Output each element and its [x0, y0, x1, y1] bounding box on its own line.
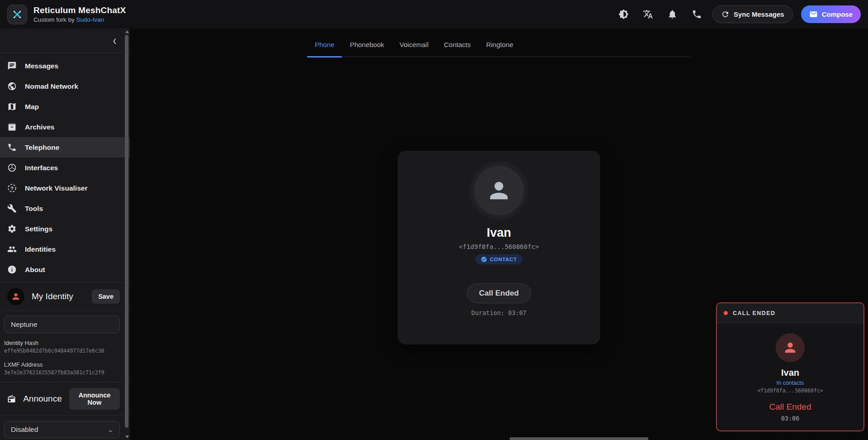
person-icon: [486, 177, 512, 204]
sidebar-collapse-row: ‹: [0, 29, 130, 53]
popup-callee-name: Ivan: [781, 368, 799, 378]
phone-header-button[interactable]: [688, 5, 706, 24]
red-status-dot-icon: [724, 311, 728, 315]
person-icon: [783, 340, 798, 355]
sidebar-scrollbar[interactable]: [125, 29, 129, 439]
scrollbar-up-arrow-icon[interactable]: [125, 30, 129, 33]
call-ended-popup: CALL ENDED Ivan In contacts <f1d9f8fa...…: [716, 302, 864, 431]
lxmf-address-value: 3e7e2e37621635587fb83a381c71c2f9: [4, 369, 120, 376]
sidebar-item-settings[interactable]: Settings: [0, 219, 130, 239]
phone-icon: [692, 9, 702, 19]
identity-name-field-wrap: [0, 311, 130, 336]
in-contacts-link[interactable]: In contacts: [777, 380, 804, 386]
phone-icon: [7, 143, 17, 152]
announce-section: Announce Announce Now: [0, 383, 130, 415]
sidebar-item-identities[interactable]: Identities: [0, 239, 130, 259]
notifications-bell-icon: [667, 9, 678, 19]
app-logo: [7, 5, 27, 24]
chevron-down-icon: ⌄: [107, 426, 114, 433]
announce-now-button[interactable]: Announce Now: [69, 388, 120, 410]
app-titles: Reticulum MeshChatX Custom fork by Sudo-…: [33, 5, 126, 23]
sidebar-item-label: Settings: [25, 225, 52, 233]
identity-name-input[interactable]: [4, 316, 120, 333]
sidebar-nav: Messages Nomad Network Map Archives Tele…: [0, 53, 130, 282]
sidebar-item-network-visualiser[interactable]: ? Network Visualiser: [0, 178, 130, 198]
tab-voicemail[interactable]: Voicemail: [392, 41, 436, 57]
compose-button[interactable]: Compose: [801, 5, 861, 23]
my-identity-title: My Identity: [32, 292, 85, 301]
sidebar-item-tools[interactable]: Tools: [0, 198, 130, 219]
sidebar-item-nomad-network[interactable]: Nomad Network: [0, 76, 130, 96]
sidebar-item-interfaces[interactable]: Interfaces: [0, 158, 130, 178]
svg-text:?: ?: [10, 186, 14, 191]
sync-messages-button[interactable]: Sync Messages: [712, 5, 793, 23]
sidebar-item-label: Tools: [25, 205, 43, 213]
sync-messages-label: Sync Messages: [734, 10, 784, 18]
save-button[interactable]: Save: [92, 289, 120, 304]
announce-interval-select[interactable]: Disabled ⌄: [4, 421, 120, 438]
theme-brightness-button[interactable]: [615, 5, 633, 24]
call-status-card: Ivan <f1d9f8fa...560860fc> CONTACT Call …: [398, 151, 600, 344]
tab-phone[interactable]: Phone: [307, 41, 342, 57]
envelope-icon: [809, 10, 818, 19]
gear-icon: [7, 224, 17, 234]
sidebar-item-label: About: [25, 266, 45, 274]
popup-callee-avatar: [776, 333, 805, 362]
identity-hash-block: Identity Hash effe95b0482d7b6c04844977d1…: [0, 336, 130, 354]
popup-callee-hash: <f1d9f8fa...560860fc>: [757, 387, 823, 394]
sidebar-item-label: Map: [25, 103, 39, 111]
sidebar-item-map[interactable]: Map: [0, 96, 130, 117]
call-duration-text: Duration: 03:07: [471, 309, 526, 316]
tab-contacts[interactable]: Contacts: [436, 41, 478, 57]
people-icon: [7, 244, 17, 254]
sidebar-item-label: Messages: [25, 62, 58, 70]
identity-hash-value: effe95b0482d7b6c04844977d17e0c36: [4, 348, 120, 354]
last-announced-text: Last announced: 2 hours ago: [0, 438, 130, 440]
sidebar-item-label: Telephone: [25, 143, 59, 152]
horizontal-scrollbar-thumb[interactable]: [510, 437, 648, 440]
call-ended-button[interactable]: Call Ended: [467, 283, 531, 303]
wrench-icon: [7, 204, 17, 213]
notifications-button[interactable]: [664, 5, 682, 24]
identity-hash-label: Identity Hash: [4, 340, 120, 346]
my-identity-avatar: [7, 288, 24, 305]
sidebar-item-telephone[interactable]: Telephone: [0, 137, 130, 158]
callee-name: Ivan: [487, 226, 511, 240]
popup-call-time: 03:06: [781, 415, 800, 422]
app-title: Reticulum MeshChatX: [33, 5, 126, 15]
call-popup-header: CALL ENDED: [717, 303, 863, 323]
language-button[interactable]: [639, 5, 657, 24]
scrollbar-down-arrow-icon[interactable]: [125, 435, 129, 438]
brightness-icon: [618, 9, 629, 19]
app-header: Reticulum MeshChatX Custom fork by Sudo-…: [0, 0, 868, 29]
app-subtitle-prefix: Custom fork by: [33, 16, 76, 23]
contact-badge-label: CONTACT: [490, 257, 517, 262]
check-circle-icon: [481, 256, 487, 263]
radio-icon: [7, 393, 16, 404]
sidebar-item-messages[interactable]: Messages: [0, 56, 130, 76]
announce-title: Announce: [23, 394, 62, 404]
sidebar-item-label: Interfaces: [25, 164, 58, 172]
mesh-x-logo-icon: [11, 9, 23, 20]
tab-ringtone[interactable]: Ringtone: [479, 41, 521, 57]
refresh-icon: [721, 10, 730, 19]
archive-icon: [7, 122, 17, 132]
tab-phonebook[interactable]: Phonebook: [342, 41, 392, 57]
collapse-sidebar-chevron-icon[interactable]: ‹: [113, 34, 116, 47]
call-popup-body: Ivan In contacts <f1d9f8fa...560860fc> C…: [717, 323, 863, 422]
scrollbar-thumb[interactable]: [125, 35, 128, 428]
sidebar-item-about[interactable]: About: [0, 259, 130, 280]
person-icon: [11, 292, 21, 301]
sidebar-divider: [0, 415, 130, 416]
globe-icon: [7, 81, 17, 91]
dashed-circle-question-icon: ?: [7, 183, 17, 193]
app-subtitle: Custom fork by Sudo-Ivan: [33, 16, 126, 23]
sidebar-item-label: Nomad Network: [25, 82, 78, 91]
app-window: Reticulum MeshChatX Custom fork by Sudo-…: [0, 0, 868, 440]
compose-label: Compose: [822, 10, 853, 18]
sidebar-item-archives[interactable]: Archives: [0, 117, 130, 137]
call-popup-header-text: CALL ENDED: [733, 310, 775, 316]
sudo-ivan-link[interactable]: Sudo-Ivan: [76, 16, 104, 23]
map-icon: [7, 102, 17, 111]
callee-hash: <f1d9f8fa...560860fc>: [459, 243, 539, 250]
